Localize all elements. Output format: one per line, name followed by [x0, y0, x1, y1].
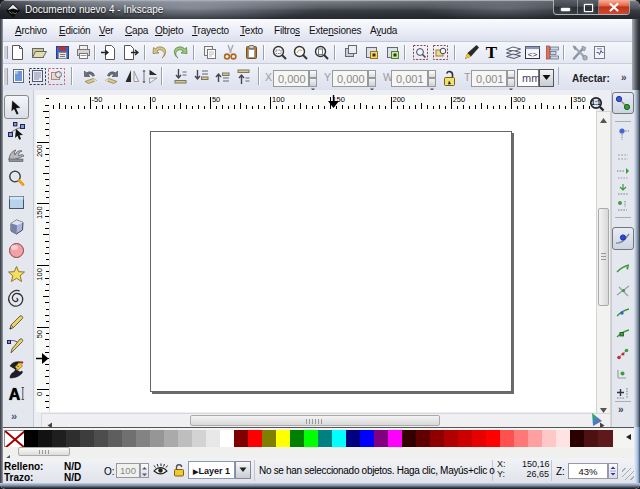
svg-text:0: 0	[36, 392, 44, 396]
svg-text:<>: <>	[528, 50, 538, 59]
svg-text:100: 100	[36, 268, 44, 281]
svg-text:200: 200	[36, 145, 44, 158]
svg-text:50: 50	[36, 330, 44, 338]
svg-text:300: 300	[513, 95, 526, 104]
svg-text:A: A	[9, 386, 21, 403]
svg-text:250: 250	[453, 95, 466, 104]
svg-text:1:1: 1:1	[591, 99, 601, 106]
svg-text:200: 200	[393, 95, 406, 104]
svg-text:50: 50	[212, 95, 220, 104]
svg-text:100: 100	[272, 95, 285, 104]
svg-text:T: T	[486, 44, 498, 61]
svg-text:-50: -50	[92, 95, 103, 104]
svg-text:0: 0	[152, 95, 156, 104]
svg-text:350: 350	[573, 95, 586, 104]
svg-text:150: 150	[36, 206, 44, 219]
